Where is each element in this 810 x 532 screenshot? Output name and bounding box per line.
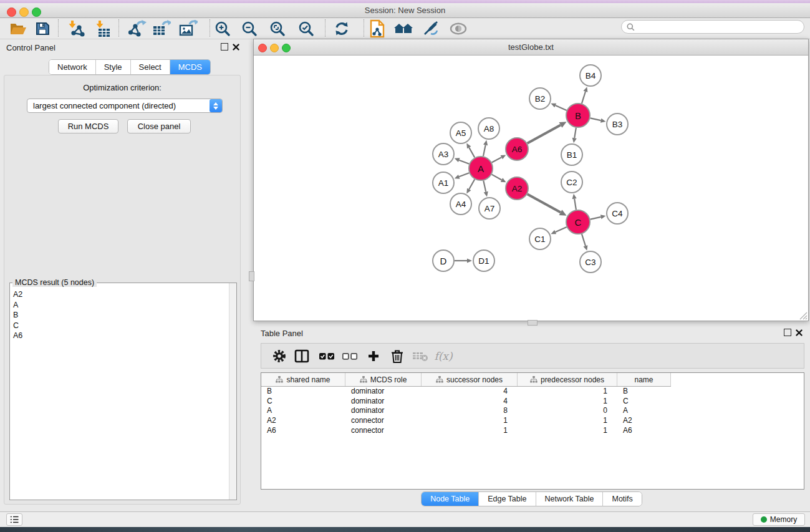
column-visibility-icon[interactable] — [292, 347, 312, 365]
task-history-button[interactable] — [6, 513, 22, 526]
graph-node-A5[interactable]: A5 — [450, 122, 471, 143]
new-network-from-selection-icon[interactable] — [367, 19, 387, 38]
select-all-rows-icon[interactable] — [317, 347, 337, 365]
edge-B-B4[interactable] — [582, 92, 586, 104]
close-panel-icon[interactable] — [233, 44, 239, 51]
export-image-icon[interactable] — [178, 19, 198, 38]
graph-node-C1[interactable]: C1 — [529, 228, 551, 249]
table-cell[interactable]: 4 — [422, 397, 518, 405]
open-session-icon[interactable] — [8, 19, 28, 38]
criterion-dropdown[interactable]: largest connected component (directed) — [27, 99, 223, 113]
result-item[interactable]: A6 — [13, 331, 229, 341]
result-item[interactable]: B — [13, 310, 229, 321]
table-cell[interactable]: C — [617, 397, 671, 405]
table-row[interactable]: A6connector11A6 — [261, 425, 804, 435]
edge-A-A3[interactable] — [459, 160, 469, 164]
edge-B-B1[interactable] — [574, 128, 576, 138]
tab-mcds[interactable]: MCDS — [170, 60, 210, 74]
edge-B-B3[interactable] — [591, 118, 601, 120]
table-cell[interactable]: 1 — [422, 416, 518, 425]
graph-node-C3[interactable]: C3 — [580, 251, 601, 273]
edge-C-C2[interactable] — [574, 199, 576, 210]
graph-node-C4[interactable]: C4 — [607, 203, 628, 224]
table-cell[interactable]: A6 — [617, 426, 671, 435]
cybrowser-home-icon[interactable] — [393, 19, 413, 38]
result-item[interactable]: A2 — [13, 289, 229, 300]
search-field[interactable] — [621, 20, 804, 34]
graph-node-B2[interactable]: B2 — [529, 88, 551, 109]
graph-node-B[interactable]: B — [566, 104, 590, 127]
vertical-splitter-handle[interactable] — [249, 271, 254, 281]
table-cell[interactable]: dominator — [345, 397, 422, 405]
table-cell[interactable]: connector — [345, 416, 422, 425]
graph-node-C2[interactable]: C2 — [561, 172, 582, 193]
result-scrollbar[interactable] — [229, 283, 236, 500]
edge-A2-C[interactable] — [528, 194, 561, 212]
graph-node-B3[interactable]: B3 — [607, 114, 628, 135]
table-cell[interactable]: 8 — [422, 406, 518, 415]
table-cell[interactable]: 0 — [518, 406, 617, 415]
hide-annotations-icon[interactable] — [421, 19, 441, 38]
edge-C-C1[interactable] — [556, 227, 567, 232]
graph-node-A6[interactable]: A6 — [506, 138, 528, 160]
show-graphics-details-icon[interactable] — [448, 19, 468, 38]
graph-node-D1[interactable]: D1 — [473, 250, 494, 271]
search-input[interactable] — [638, 22, 804, 32]
table-cell[interactable]: A — [261, 406, 345, 415]
table-cell[interactable]: B — [617, 387, 671, 395]
table-cell[interactable]: A2 — [617, 416, 671, 425]
column-header-name[interactable]: name — [617, 373, 671, 386]
column-header-predecessor-nodes[interactable]: predecessor nodes — [518, 373, 617, 386]
result-item[interactable]: C — [13, 321, 229, 331]
result-item[interactable]: A — [13, 300, 229, 311]
graph-node-D[interactable]: D — [433, 250, 454, 271]
tab-select[interactable]: Select — [131, 60, 170, 74]
window-resize-grip[interactable] — [799, 312, 808, 320]
table-row[interactable]: Adominator80A — [261, 405, 804, 415]
import-table-icon[interactable] — [93, 19, 113, 38]
tab-node-table[interactable]: Node Table — [422, 492, 479, 506]
table-settings-gear-icon[interactable] — [269, 347, 289, 365]
tab-motifs[interactable]: Motifs — [603, 492, 641, 506]
edge-A-A8[interactable] — [483, 145, 486, 156]
export-table-icon[interactable] — [152, 19, 171, 38]
tab-network[interactable]: Network — [49, 60, 96, 74]
zoom-selected-icon[interactable] — [296, 19, 316, 38]
edge-A-A6[interactable] — [492, 157, 502, 162]
table-cell[interactable]: 1 — [518, 397, 617, 405]
graph-node-B1[interactable]: B1 — [561, 144, 582, 165]
table-cell[interactable]: 1 — [422, 426, 518, 435]
tab-network-table[interactable]: Network Table — [536, 492, 604, 506]
table-cell[interactable]: 1 — [518, 387, 617, 395]
table-row[interactable]: Cdominator41C — [261, 396, 804, 406]
edge-A-A2[interactable] — [492, 175, 502, 180]
graph-node-A4[interactable]: A4 — [450, 193, 471, 215]
table-cell[interactable]: 1 — [518, 426, 617, 435]
network-canvas[interactable]: B4B2BB3A5A8A6A3B1AA1C2A2A4A7C4CC1C3DD1 — [254, 56, 808, 321]
refresh-network-view-icon[interactable] — [332, 19, 352, 38]
tab-edge-table[interactable]: Edge Table — [479, 492, 536, 506]
column-header-shared-name[interactable]: shared name — [261, 373, 345, 386]
table-cell[interactable]: A2 — [261, 416, 345, 425]
graph-node-C[interactable]: C — [566, 210, 590, 234]
table-cell[interactable]: C — [261, 397, 345, 405]
graph-node-A3[interactable]: A3 — [433, 143, 454, 165]
edge-A-A4[interactable] — [469, 179, 475, 189]
table-row[interactable]: A2connector11A2 — [261, 415, 804, 425]
graph-node-A[interactable]: A — [469, 157, 493, 180]
deselect-all-rows-icon[interactable] — [340, 347, 360, 365]
edge-B-B2[interactable] — [556, 105, 567, 110]
close-panel-button[interactable]: Close panel — [127, 119, 191, 133]
edge-C-C3[interactable] — [582, 234, 586, 246]
run-mcds-button[interactable]: Run MCDS — [58, 119, 118, 133]
graph-node-A1[interactable]: A1 — [433, 172, 454, 193]
table-cell[interactable]: 4 — [422, 387, 518, 395]
table-cell[interactable]: connector — [345, 426, 422, 435]
save-session-icon[interactable] — [32, 19, 52, 38]
close-table-panel-icon[interactable] — [796, 329, 803, 336]
export-network-icon[interactable] — [127, 19, 147, 38]
table-cell[interactable]: B — [261, 387, 345, 395]
float-panel-icon[interactable] — [221, 43, 228, 51]
table-cell[interactable]: dominator — [345, 387, 422, 395]
graph-node-B4[interactable]: B4 — [580, 65, 601, 86]
